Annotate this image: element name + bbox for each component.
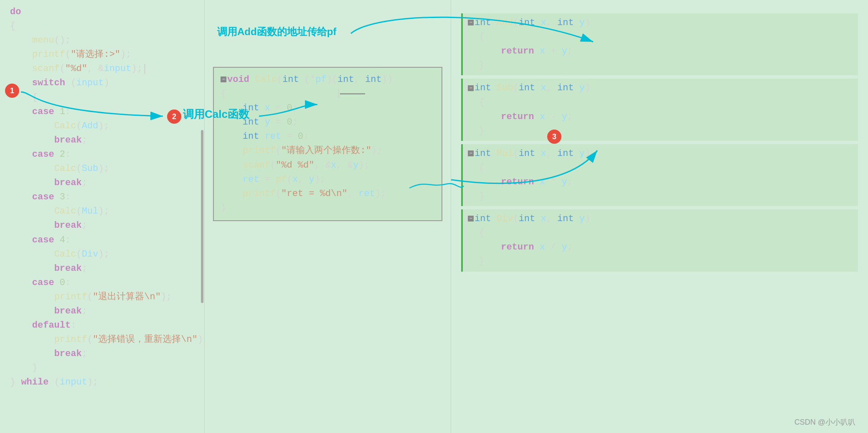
annotation-bubble-3: 3 (547, 130, 561, 144)
mul-func-pre: −int Mul(int x, int y) { return x * y; } (468, 147, 853, 204)
left-code: do { menu(); printf("请选择:>"); scanf("%d"… (0, 0, 204, 395)
annotation-bubble-2: 2 (167, 110, 181, 124)
calc-func-pre: −void Calc(int (*pf)(int, int)) { int x … (221, 73, 435, 215)
annotation-bubble-1: 1 (5, 84, 19, 98)
mul-func-box: −int Mul(int x, int y) { return x * y; } (461, 144, 858, 206)
div-func-box: −int Div(int x, int y) { return x / y; } (461, 209, 858, 271)
sub-func-box: −int Sub(int x, int y) { return x - y; } (461, 79, 858, 140)
watermark: CSDN @小小叭叭 (794, 417, 855, 427)
left-code-pre: do { menu(); printf("请选择:>"); scanf("%d"… (10, 5, 194, 390)
main-container: do { menu(); printf("请选择:>"); scanf("%d"… (0, 0, 868, 433)
add-func-box: −int Add(int x, int y) { return x + y; } (461, 13, 858, 75)
middle-panel: 调用Add函数的地址传给pf −void Calc(int (*pf)(int,… (205, 0, 451, 433)
sub-func-pre: −int Sub(int x, int y) { return x - y; } (468, 81, 853, 138)
right-code: −int Add(int x, int y) { return x + y; }… (451, 8, 868, 280)
add-func-pre: −int Add(int x, int y) { return x + y; } (468, 16, 853, 73)
left-panel: do { menu(); printf("请选择:>"); scanf("%d"… (0, 0, 205, 433)
calc-annotation: 调用Calc函数 (183, 107, 249, 122)
addr-annotation: 调用Add函数的地址传给pf (217, 25, 336, 38)
calc-func-box: −void Calc(int (*pf)(int, int)) { int x … (213, 67, 442, 221)
left-scrollbar[interactable] (201, 130, 203, 303)
div-func-pre: −int Div(int x, int y) { return x / y; } (468, 212, 853, 269)
right-panel: −int Add(int x, int y) { return x + y; }… (451, 0, 868, 433)
